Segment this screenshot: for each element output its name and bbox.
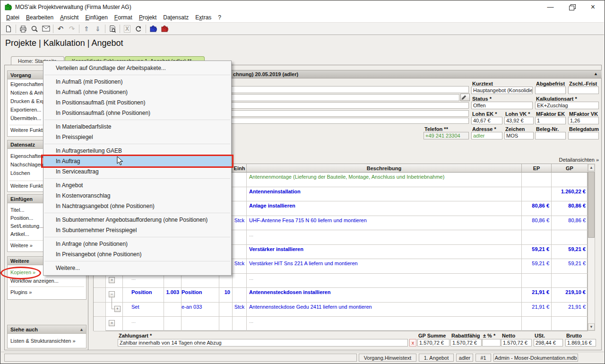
sidebar-item[interactable]: Kopieren » bbox=[10, 269, 35, 275]
cell-typ[interactable]: Position bbox=[123, 288, 164, 303]
new-document-icon[interactable] bbox=[3, 24, 14, 34]
cell-ep[interactable] bbox=[522, 317, 552, 331]
cell-beschreibung[interactable]: ... bbox=[247, 317, 522, 331]
sidebar-item[interactable]: Eigenschaften... bbox=[10, 153, 48, 159]
collapse-panel-icon[interactable]: ▲ bbox=[79, 327, 84, 332]
table-header-gp[interactable]: GP bbox=[552, 164, 588, 173]
edit-button[interactable] bbox=[460, 94, 470, 101]
expand-node-icon[interactable]: + bbox=[114, 306, 121, 312]
cell-einh[interactable] bbox=[233, 317, 247, 331]
clear-payment-button[interactable]: x bbox=[409, 339, 416, 347]
scroll-up-icon[interactable]: ▲ bbox=[588, 164, 595, 171]
cell-typ[interactable]: ... bbox=[123, 317, 164, 331]
context-menu-item-in-preisspiegel[interactable]: In Preisspiegel bbox=[43, 132, 231, 142]
menu-ansicht[interactable]: Ansicht bbox=[57, 13, 82, 22]
context-menu-item-in-auftragserteilung-gaeb[interactable]: In Auftragserteilung GAEB bbox=[43, 146, 231, 156]
field-input-abgabefrist[interactable] bbox=[535, 87, 566, 94]
collapse-node-icon[interactable]: − bbox=[109, 291, 115, 297]
sidebar-item[interactable]: Workflow anzeigen... bbox=[10, 278, 59, 284]
cell-ep[interactable] bbox=[522, 187, 552, 202]
cell-beschreibung[interactable]: Antennenmontage (Lieferung der Bauteile,… bbox=[247, 173, 522, 187]
scroll-down-icon[interactable]: ▼ bbox=[588, 323, 595, 330]
field-input-kurztext[interactable]: Hauptangebot (Konsolidier bbox=[471, 87, 533, 94]
cell-einh[interactable] bbox=[233, 173, 247, 187]
cell-typ[interactable]: ... bbox=[123, 274, 164, 288]
sidebar-item-footer[interactable]: Plugins » bbox=[10, 289, 32, 295]
field-input-lohn-ek[interactable]: 40,67 € bbox=[471, 117, 502, 124]
sidebar-item[interactable]: Set/Leistung... bbox=[10, 223, 43, 229]
field-input-telefon[interactable]: +49 241 23304 bbox=[424, 132, 469, 139]
sidebar-item-listen[interactable]: Listen & Strukturansichten » bbox=[10, 338, 76, 344]
context-menu-item-in-materialbedarfsliste[interactable]: In Materialbedarfsliste bbox=[43, 121, 231, 132]
context-menu-item-in-positionsaufma-ohne-positionen[interactable]: In Positionsaufmaß (ohne Positionen) bbox=[43, 108, 231, 118]
context-menu-item-in-anfrage-ohne-positionen[interactable]: In Anfrage (ohne Positionen) bbox=[43, 239, 231, 249]
menu-datensatz[interactable]: Datensatz bbox=[160, 13, 192, 22]
cell-menge[interactable]: 10 bbox=[219, 288, 233, 303]
field-input-zeichen[interactable]: MOS bbox=[504, 132, 534, 139]
field-input-adresse[interactable]: adler bbox=[471, 132, 502, 139]
context-menu-item-in-subunternehmer-angebotsaufforderung-ohne-positionen[interactable]: In Subunternehmer Angebotsaufforderung (… bbox=[43, 215, 231, 225]
cell-gp[interactable]: 59,21 € bbox=[552, 245, 588, 260]
expand-more-icon[interactable]: » bbox=[109, 320, 115, 326]
field-input-kalkulationsart[interactable]: EK+Zuschlag bbox=[535, 102, 599, 109]
cell-gp[interactable]: 21,91 € bbox=[552, 303, 588, 317]
sidebar-item[interactable]: Löschen bbox=[10, 170, 30, 176]
move-down-icon[interactable]: ⇓ bbox=[92, 24, 104, 34]
cell-gp[interactable]: 80,86 € bbox=[552, 201, 588, 216]
sidebar-item[interactable]: Position... bbox=[10, 215, 33, 221]
cell-name[interactable]: Position bbox=[182, 288, 219, 303]
menu-einfgen[interactable]: Einfügen bbox=[82, 13, 111, 22]
cell-ep[interactable] bbox=[522, 173, 552, 187]
payment-input[interactable]: Zahlbar innerhalb von 14 Tagen ohne Abzu… bbox=[118, 339, 408, 347]
cell-marker[interactable] bbox=[94, 274, 106, 288]
minimize-button[interactable]: — bbox=[540, 1, 561, 13]
table-header-beschreibung[interactable]: Beschreibung bbox=[247, 164, 522, 173]
cell-beschreibung[interactable]: UHF-Antenne Fesa 715 N 60 liefern und mo… bbox=[247, 216, 522, 231]
cell-marker[interactable] bbox=[94, 303, 106, 317]
cell-einh[interactable] bbox=[233, 274, 247, 288]
cell-ep[interactable] bbox=[522, 274, 552, 288]
sidebar-item-footer[interactable]: Weitere » bbox=[10, 243, 33, 248]
cell-nummer[interactable] bbox=[164, 274, 182, 288]
field-input-lohn-vk[interactable]: 43,92 € bbox=[504, 117, 534, 124]
cell-beschreibung[interactable]: Verstärker installieren bbox=[247, 245, 522, 260]
cell-name[interactable] bbox=[182, 317, 219, 331]
cell-gp[interactable]: 219,10 € bbox=[552, 288, 588, 303]
cell-ep[interactable] bbox=[522, 230, 552, 245]
cell-menge[interactable] bbox=[219, 317, 233, 331]
cell-gp[interactable]: 80,86 € bbox=[552, 216, 588, 231]
context-menu-item-in-angebot[interactable]: In Angebot bbox=[43, 180, 231, 191]
details-views-link[interactable]: Detailansichten » bbox=[523, 157, 599, 163]
cell-nummer[interactable] bbox=[164, 317, 182, 331]
expand-more-icon[interactable]: » bbox=[109, 277, 115, 283]
cell-beschreibung[interactable]: Anlage installieren bbox=[247, 201, 522, 216]
field-input-zschl-frist[interactable] bbox=[568, 87, 599, 94]
cell-gp[interactable] bbox=[552, 317, 588, 331]
sidebar-item[interactable]: Exportieren... bbox=[10, 107, 41, 113]
menu-?[interactable]: ? bbox=[215, 13, 225, 22]
cell-menge[interactable] bbox=[219, 303, 233, 317]
mail-icon[interactable] bbox=[40, 24, 52, 34]
cell-typ[interactable]: Set bbox=[123, 303, 164, 317]
context-menu-item-in-serviceauftrag[interactable]: In Serviceauftrag bbox=[43, 166, 231, 177]
print-icon[interactable] bbox=[17, 24, 29, 34]
report-preview-icon[interactable] bbox=[107, 24, 118, 34]
cell-nummer[interactable] bbox=[164, 303, 182, 317]
cell-ep[interactable]: 59,21 € bbox=[522, 245, 552, 260]
abort-icon[interactable]: X bbox=[121, 24, 133, 34]
menu-projekt[interactable]: Projekt bbox=[136, 13, 160, 22]
cell-beschreibung[interactable]: ... bbox=[247, 230, 522, 245]
cell-einh[interactable]: Stck bbox=[233, 303, 247, 317]
cell-name[interactable] bbox=[182, 274, 219, 288]
cell-marker[interactable] bbox=[94, 288, 106, 303]
cell-einh[interactable] bbox=[233, 245, 247, 260]
cell-einh[interactable] bbox=[233, 201, 247, 216]
context-menu-item-verteilen-auf-grundlage-der-arbeitspakete[interactable]: Verteilen auf Grundlage der Arbeitspaket… bbox=[43, 63, 231, 73]
context-menu-item-in-preisangebot-ohne-positionen[interactable]: In Preisangebot (ohne Positionen) bbox=[43, 249, 231, 260]
refresh-icon[interactable] bbox=[133, 24, 144, 34]
menu-extras[interactable]: Extras bbox=[192, 13, 215, 22]
field-input-status[interactable]: Offen bbox=[471, 102, 533, 109]
cell-gp[interactable] bbox=[552, 173, 588, 187]
cell-gp[interactable] bbox=[552, 274, 588, 288]
close-button[interactable]: × bbox=[582, 1, 604, 13]
